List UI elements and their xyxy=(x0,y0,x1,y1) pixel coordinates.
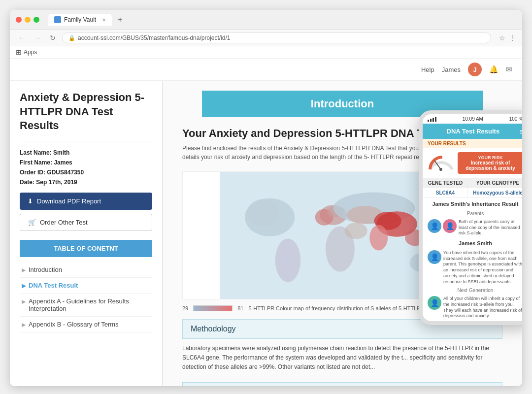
address-bar[interactable]: 🔒 account-ssl.com/GBUS/35/master/famous-… xyxy=(62,33,491,43)
first-name-value: James xyxy=(54,159,72,166)
download-pdf-button[interactable]: ⬇ Download PDF Report xyxy=(20,193,152,210)
date-label: Date: xyxy=(20,179,34,186)
toc-arrow-icon: ▶ xyxy=(22,267,26,273)
date-field: Date: Sep 17th, 2019 xyxy=(20,179,152,186)
svg-point-12 xyxy=(247,199,279,226)
maximize-button[interactable] xyxy=(33,17,39,23)
next-gen-text: All of your children will inherit a copy… xyxy=(443,296,522,319)
scale-caption: 5-HTTLPR Colour map of frequency distrib… xyxy=(249,305,425,311)
browser-titlebar: Family Vault ✕ + xyxy=(10,10,522,30)
disclaimer-header: Disclaimer xyxy=(182,382,502,386)
james-icon: 👤 xyxy=(428,250,441,264)
next-gen-label: Next Generation xyxy=(423,287,522,294)
next-gen-icon: 👤 xyxy=(428,296,441,310)
toc-item-introduction[interactable]: ▶ Introduction xyxy=(20,262,152,278)
lock-icon: 🔒 xyxy=(68,35,75,41)
phone-statusbar: 10:09 AM 100 % xyxy=(423,114,522,124)
toc-label-introduction: Introduction xyxy=(29,266,62,273)
parents-label: Parents xyxy=(423,210,522,217)
toc-arrow-active-icon: ▶ xyxy=(22,283,26,289)
genotype-header: YOUR GENOTYPE xyxy=(467,178,522,188)
scale-max: 81 xyxy=(237,305,243,311)
phone-time: 10:09 AM xyxy=(463,116,483,122)
browser-tab[interactable]: Family Vault ✕ xyxy=(48,14,112,26)
james-text: You have inherited two copies of the inc… xyxy=(443,250,522,285)
methodology-text: Laboratory specimens were analyzed using… xyxy=(182,344,502,372)
menu-icon[interactable]: ⋮ xyxy=(509,34,516,42)
svg-point-18 xyxy=(439,168,442,171)
date-value: Sep 17th, 2019 xyxy=(36,179,77,186)
your-risk-label: YOUR RISK xyxy=(462,155,519,160)
gene-tested-header: GENE TESTED xyxy=(423,178,468,188)
toc-item-appendix-a[interactable]: ▶ Appendix A - Guidelines for Results In… xyxy=(20,294,152,317)
apps-grid-icon: ⊞ xyxy=(16,48,22,56)
scale-min: 29 xyxy=(182,305,188,311)
next-gen-row: 👤 All of your children will inherit a co… xyxy=(423,294,522,321)
svg-point-8 xyxy=(369,225,388,251)
phone-header: DNA Test Results ≡ xyxy=(423,124,522,139)
sidebar: Anxiety & Depression 5-HTTLPR DNA Test R… xyxy=(10,81,163,386)
order-label: Order Other Test xyxy=(40,219,88,226)
forward-button[interactable]: → xyxy=(32,33,43,43)
first-name-field: First Name: James xyxy=(20,159,152,166)
first-name-label: First Name: xyxy=(20,159,52,166)
main-layout: Anxiety & Depression 5-HTTLPR DNA Test R… xyxy=(10,81,522,386)
tab-favicon xyxy=(54,16,61,23)
order-id-field: Order ID: GDUS847350 xyxy=(20,169,152,176)
user-avatar[interactable]: J xyxy=(468,63,482,76)
last-name-value: Smith xyxy=(53,149,69,156)
help-link[interactable]: Help xyxy=(421,66,434,73)
sidebar-title: Anxiety & Depression 5-HTTLPR DNA Test R… xyxy=(20,91,152,141)
mail-icon[interactable]: ✉ xyxy=(506,65,512,74)
james-row: 👤 You have inherited two copies of the i… xyxy=(423,248,522,287)
toc-item-dna-result[interactable]: ▶ DNA Test Result xyxy=(20,278,152,294)
order-id-label: Order ID: xyxy=(20,169,45,176)
minimize-button[interactable] xyxy=(25,17,31,23)
parents-text: Both of your parents carry at least one … xyxy=(459,219,522,236)
content-area: Introduction Your Anxiety and Depression… xyxy=(163,81,522,386)
notifications-icon[interactable]: 🔔 xyxy=(489,65,499,74)
apps-bar: ⊞ Apps xyxy=(10,46,522,59)
close-button[interactable] xyxy=(16,17,22,23)
user-menu[interactable]: James xyxy=(442,66,461,73)
parent-female-icon: 👤 xyxy=(443,219,457,233)
toc-arrow-appendix-b-icon: ▶ xyxy=(22,322,26,328)
order-test-button[interactable]: 🛒 Order Other Test xyxy=(20,214,152,231)
parent-male-icon: 👤 xyxy=(428,219,441,233)
scale-bar xyxy=(193,305,233,311)
genotype-value: Homozygous S-allele xyxy=(467,188,522,198)
url-text: account-ssl.com/GBUS/35/master/famous-dn… xyxy=(78,34,230,41)
star-icon[interactable]: ☆ xyxy=(499,34,505,42)
cart-icon: 🛒 xyxy=(28,219,36,226)
phone-gene-table: GENE TESTED YOUR GENOTYPE SLC6A4 Homozyg… xyxy=(423,178,522,198)
browser-frame: Family Vault ✕ + ← → ↻ 🔒 account-ssl.com… xyxy=(10,10,522,386)
james-name-label: James Smith xyxy=(423,238,522,248)
download-icon: ⬇ xyxy=(28,197,33,205)
back-button[interactable]: ← xyxy=(16,33,28,43)
risk-description: Increased risk of depression & anxiety xyxy=(462,160,519,171)
toc-label-appendix-b: Appendix B - Glossary of Terms xyxy=(29,321,119,328)
risk-box: YOUR RISK Increased risk of depression &… xyxy=(458,152,522,174)
phone-title: DNA Test Results xyxy=(447,128,500,135)
browser-addressbar: ← → ↻ 🔒 account-ssl.com/GBUS/35/master/f… xyxy=(10,30,522,46)
inheritance-title: James Smith's Inheritance Result xyxy=(423,198,522,210)
last-name-field: Last Name: Smith xyxy=(20,149,152,156)
toc-label-dna-result: DNA Test Result xyxy=(29,282,78,289)
tab-title: Family Vault xyxy=(64,16,96,23)
gene-tested-value: SLC6A4 xyxy=(423,188,468,198)
new-tab-icon[interactable]: + xyxy=(118,15,122,24)
svg-point-16 xyxy=(345,223,367,239)
toc-header: TABLE OF CONETNT xyxy=(20,240,152,257)
phone-results-row: YOUR RISK Increased risk of depression &… xyxy=(423,148,522,178)
refresh-button[interactable]: ↻ xyxy=(47,33,58,43)
order-id-value: GDUS847350 xyxy=(47,169,84,176)
parents-row: 👤 👤 Both of your parents carry at least … xyxy=(423,217,522,238)
toc-item-appendix-b[interactable]: ▶ Appendix B - Glossary of Terms xyxy=(20,317,152,332)
tab-close-icon[interactable]: ✕ xyxy=(102,17,106,23)
traffic-lights xyxy=(16,17,39,23)
risk-gauge xyxy=(428,155,455,172)
signal-icon xyxy=(428,117,436,122)
last-name-label: Last Name: xyxy=(20,149,52,156)
user-initial: J xyxy=(473,66,476,73)
hamburger-icon[interactable]: ≡ xyxy=(520,128,522,136)
